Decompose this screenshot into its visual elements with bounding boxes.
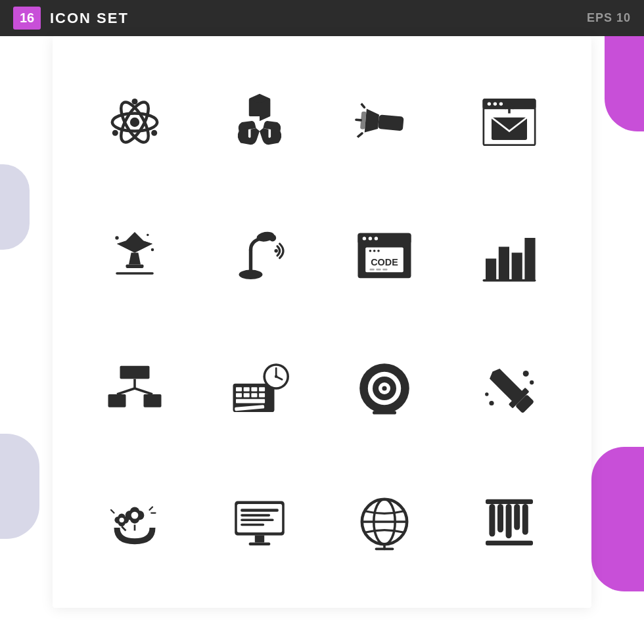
svg-marker-11 bbox=[365, 109, 380, 134]
svg-rect-127 bbox=[522, 504, 528, 535]
svg-point-38 bbox=[275, 249, 278, 252]
globe-icon bbox=[355, 492, 414, 551]
icon-cell-schedule bbox=[197, 322, 322, 455]
svg-point-41 bbox=[363, 237, 366, 240]
icon-cell-disc bbox=[322, 322, 447, 455]
diamond-ring-icon bbox=[105, 226, 164, 285]
svg-point-79 bbox=[275, 375, 278, 379]
svg-point-31 bbox=[151, 248, 154, 252]
svg-rect-57 bbox=[483, 279, 536, 282]
svg-marker-28 bbox=[129, 252, 141, 264]
svg-line-13 bbox=[357, 133, 362, 139]
icon-cell-globe bbox=[322, 455, 447, 589]
svg-point-19 bbox=[494, 103, 497, 106]
svg-rect-113 bbox=[241, 523, 264, 526]
svg-rect-69 bbox=[236, 393, 242, 397]
smart-lamp-icon bbox=[230, 226, 289, 285]
svg-rect-62 bbox=[108, 394, 126, 407]
flower-bowl-icon bbox=[105, 492, 164, 551]
svg-line-61 bbox=[135, 388, 152, 394]
svg-rect-50 bbox=[370, 269, 375, 271]
svg-rect-68 bbox=[259, 387, 265, 391]
hands-cube-icon bbox=[230, 93, 289, 152]
svg-rect-54 bbox=[499, 246, 509, 279]
svg-text:CODE: CODE bbox=[371, 257, 398, 267]
icon-cell-diamond-ring bbox=[72, 189, 197, 323]
svg-marker-27 bbox=[117, 241, 152, 252]
svg-point-97 bbox=[131, 511, 139, 518]
svg-point-30 bbox=[115, 236, 118, 239]
icon-cell-flower-bowl bbox=[72, 455, 197, 589]
svg-point-46 bbox=[369, 250, 372, 252]
svg-point-18 bbox=[488, 103, 491, 106]
disc-icon bbox=[355, 359, 414, 418]
svg-rect-55 bbox=[512, 252, 522, 279]
monitor-icon bbox=[230, 492, 289, 551]
svg-point-42 bbox=[369, 237, 372, 240]
knife-water-icon bbox=[480, 359, 539, 418]
header-eps: EPS 10 bbox=[587, 11, 631, 25]
svg-rect-63 bbox=[144, 394, 162, 407]
test-tubes-icon bbox=[480, 492, 539, 551]
blob-bottom-right bbox=[591, 447, 644, 591]
blob-left-mid bbox=[0, 164, 30, 250]
svg-line-14 bbox=[359, 103, 365, 108]
svg-rect-114 bbox=[255, 535, 264, 542]
blob-left-bottom bbox=[0, 434, 39, 539]
icon-cell-hands-cube bbox=[197, 56, 322, 189]
icon-cell-atom bbox=[72, 56, 197, 189]
svg-rect-125 bbox=[506, 504, 512, 538]
svg-rect-123 bbox=[489, 504, 495, 537]
svg-rect-29 bbox=[126, 264, 144, 267]
header: 16 ICON SET EPS 10 bbox=[0, 0, 644, 36]
icon-cell-knife-water bbox=[447, 322, 572, 455]
network-diagram-icon bbox=[105, 359, 164, 418]
icon-cell-code-browser: CODE bbox=[322, 189, 447, 323]
svg-point-5 bbox=[151, 130, 157, 136]
background: 16 ICON SET EPS 10 bbox=[0, 0, 644, 644]
svg-rect-35 bbox=[249, 250, 252, 275]
svg-rect-52 bbox=[382, 269, 387, 271]
svg-rect-111 bbox=[241, 514, 270, 517]
svg-rect-115 bbox=[249, 542, 270, 545]
svg-rect-121 bbox=[486, 541, 533, 545]
svg-rect-53 bbox=[486, 258, 496, 279]
svg-rect-85 bbox=[373, 411, 396, 414]
svg-rect-126 bbox=[514, 504, 520, 530]
schedule-icon bbox=[230, 359, 289, 418]
bar-chart-icon bbox=[480, 226, 539, 285]
svg-rect-72 bbox=[259, 393, 265, 397]
svg-rect-58 bbox=[120, 366, 150, 379]
svg-rect-67 bbox=[251, 387, 257, 391]
svg-rect-70 bbox=[244, 393, 250, 397]
svg-point-32 bbox=[147, 233, 149, 236]
svg-rect-71 bbox=[251, 393, 257, 397]
header-badge: 16 bbox=[13, 7, 41, 30]
header-title: ICON SET bbox=[50, 10, 587, 27]
icon-cell-monitor bbox=[197, 455, 322, 589]
svg-rect-112 bbox=[241, 518, 273, 521]
svg-rect-124 bbox=[497, 504, 503, 532]
svg-point-91 bbox=[489, 401, 494, 405]
svg-point-43 bbox=[375, 237, 378, 240]
svg-point-0 bbox=[130, 118, 139, 127]
svg-point-47 bbox=[373, 250, 376, 252]
icon-cell-bar-chart bbox=[447, 189, 572, 323]
icon-set-card: CODE bbox=[53, 36, 591, 608]
svg-point-102 bbox=[120, 517, 124, 522]
svg-rect-65 bbox=[236, 387, 242, 391]
svg-rect-73 bbox=[236, 399, 265, 403]
svg-line-105 bbox=[150, 507, 153, 510]
svg-point-84 bbox=[382, 386, 386, 391]
svg-rect-56 bbox=[524, 238, 535, 279]
email-upload-icon bbox=[480, 93, 539, 152]
svg-point-6 bbox=[112, 130, 118, 136]
flashlight-icon bbox=[342, 81, 426, 164]
svg-rect-110 bbox=[241, 509, 279, 512]
svg-point-20 bbox=[499, 103, 503, 106]
icon-cell-network bbox=[72, 322, 197, 455]
svg-line-15 bbox=[356, 120, 361, 120]
svg-point-90 bbox=[530, 380, 534, 384]
svg-point-48 bbox=[377, 250, 380, 252]
svg-point-37 bbox=[269, 234, 276, 241]
